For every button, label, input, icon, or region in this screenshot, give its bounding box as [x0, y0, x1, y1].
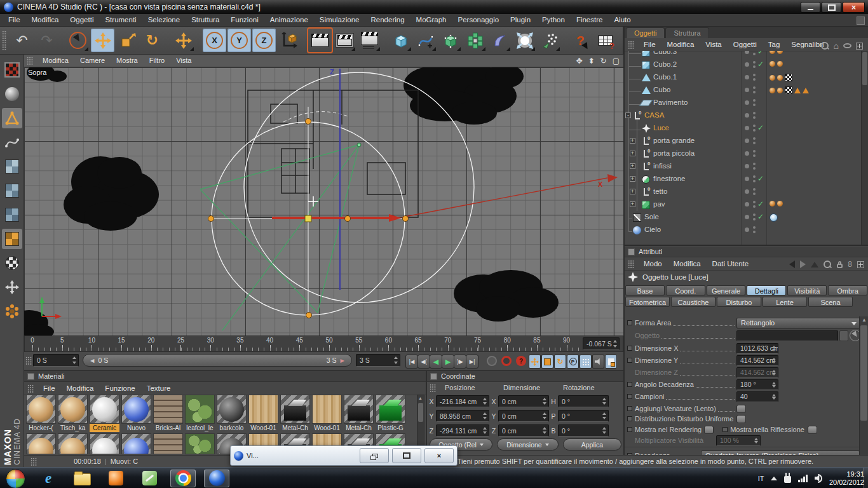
- menu-plugin[interactable]: Plugin: [505, 14, 536, 26]
- material-barkcolo[interactable]: barkcolo: [217, 395, 247, 432]
- tab-ombra[interactable]: Ombra: [828, 285, 867, 295]
- content-browser-button[interactable]: ?: [593, 29, 617, 52]
- home-icon[interactable]: ⌂: [834, 41, 839, 50]
- visibility-render-dot-bottom[interactable]: [753, 91, 756, 93]
- visibility-editor-dot[interactable]: [745, 177, 749, 181]
- visibility-render-dot-top[interactable]: [753, 74, 756, 76]
- particles-button[interactable]: [538, 29, 561, 52]
- object-manager-menu-modifica[interactable]: Modifica: [661, 39, 700, 51]
- field-checkbox[interactable]: [808, 426, 817, 434]
- object-tree-scrollbar[interactable]: [861, 51, 868, 245]
- mat-tag-icon[interactable]: [770, 201, 775, 207]
- link-icon[interactable]: 8: [848, 260, 852, 269]
- materials-menu-grip[interactable]: [27, 384, 34, 393]
- material-row2-thumbnail[interactable]: [90, 433, 119, 454]
- visibility-editor-dot[interactable]: [745, 215, 749, 219]
- mat-tag-icon[interactable]: [770, 61, 775, 67]
- visibility-render-dot-bottom[interactable]: [753, 180, 756, 182]
- material-leafcol-le[interactable]: leafcol_le: [185, 395, 215, 432]
- timeline-end-field[interactable]: 3 S: [356, 354, 400, 367]
- coordinate-axis-dropdown[interactable]: Dimensione: [497, 438, 559, 451]
- visibility-render-dot-bottom[interactable]: [753, 116, 756, 119]
- rotate-button[interactable]: ↻: [140, 29, 164, 52]
- field-spinner[interactable]: 100 %: [716, 435, 761, 446]
- tab-generale[interactable]: Generale: [707, 285, 746, 295]
- visibility-render-dot-bottom[interactable]: [753, 129, 756, 132]
- taskbar-media-app[interactable]: [103, 470, 128, 487]
- object-manager-menu-vista[interactable]: Vista: [700, 39, 727, 51]
- field-anim-box[interactable]: [627, 427, 632, 432]
- tab-base[interactable]: Base: [625, 285, 665, 295]
- viewport-menu-mostra[interactable]: Mostra: [111, 55, 144, 67]
- popup-close-button[interactable]: ×: [424, 448, 454, 463]
- tri-tag-icon[interactable]: [794, 88, 801, 93]
- attributes-scrollbar[interactable]: ▲: [859, 316, 868, 456]
- undo-button[interactable]: ↶: [10, 29, 34, 52]
- power-plug-icon[interactable]: [784, 476, 791, 483]
- mat-tag-icon[interactable]: [770, 51, 775, 54]
- primitive-cube-button[interactable]: [389, 29, 412, 52]
- menu-file[interactable]: File: [3, 14, 26, 26]
- record-parameter-toggle[interactable]: P: [567, 355, 579, 369]
- visibility-render-dot-top[interactable]: [753, 99, 756, 102]
- attributes-menu-modo[interactable]: Modo: [638, 258, 668, 270]
- axis-mode-tool[interactable]: [2, 277, 22, 297]
- object-row-finestrone[interactable]: +finestrone✓: [625, 173, 862, 186]
- toolbar-grip[interactable]: [2, 30, 7, 51]
- lock-y-button[interactable]: Y: [227, 29, 251, 52]
- tab-struttura[interactable]: Struttura: [665, 27, 709, 38]
- menu-animazione[interactable]: Animazione: [264, 14, 314, 26]
- last-tool-button[interactable]: [172, 29, 195, 52]
- taskbar-explorer-folder[interactable]: [69, 470, 95, 487]
- render-settings-button[interactable]: [358, 29, 381, 52]
- model-mode-tool[interactable]: [2, 156, 22, 177]
- texture-view-tool[interactable]: [2, 60, 22, 80]
- visibility-render-dot-top[interactable]: [753, 175, 756, 178]
- size-y-field[interactable]: 0 cm: [498, 410, 549, 422]
- field-anim-box[interactable]: [627, 394, 632, 399]
- record-position-toggle[interactable]: [529, 355, 541, 369]
- sound-toggle[interactable]: [592, 355, 604, 369]
- tab-fotometrica[interactable]: Fotometrica: [625, 297, 670, 307]
- popup-maximize-button[interactable]: [392, 448, 421, 463]
- deformer-button[interactable]: [488, 29, 512, 52]
- visibility-editor-dot[interactable]: [745, 151, 749, 156]
- visibility-render-dot-top[interactable]: [753, 226, 756, 229]
- object-row-tetto[interactable]: +0tetto: [625, 186, 862, 198]
- visibility-render-dot-top[interactable]: [753, 214, 756, 216]
- maximize-button[interactable]: [822, 2, 841, 13]
- generator-button[interactable]: [438, 29, 462, 52]
- timeline-range-slider[interactable]: ◄0 S 3 S►: [83, 354, 352, 367]
- taskbar-internet-explorer[interactable]: e: [36, 470, 61, 487]
- visibility-render-dot-bottom[interactable]: [753, 231, 756, 233]
- record-rotation-toggle[interactable]: ↻: [554, 355, 566, 369]
- menu-modifica[interactable]: Modifica: [26, 14, 65, 26]
- goto-end-button[interactable]: ▶|: [466, 355, 478, 369]
- mat-tag-icon[interactable]: [777, 75, 783, 81]
- hidden-icons-icon[interactable]: [771, 477, 777, 480]
- volume-icon[interactable]: [815, 474, 822, 483]
- point-mode-tool[interactable]: [2, 205, 22, 225]
- tri-tag-icon[interactable]: [803, 88, 809, 93]
- visibility-render-dot-top[interactable]: [753, 137, 756, 140]
- spline-button[interactable]: [414, 29, 437, 52]
- visibility-render-dot-bottom[interactable]: [753, 53, 756, 55]
- visibility-render-dot-top[interactable]: [753, 163, 756, 165]
- attributes-search-icon[interactable]: [824, 261, 832, 269]
- menu-python[interactable]: Python: [536, 14, 571, 26]
- object-row-casa[interactable]: -0CASA: [625, 109, 862, 122]
- prev-key-button[interactable]: ◀(: [417, 355, 430, 369]
- collapse-icon[interactable]: -: [625, 112, 631, 118]
- attributes-panel-icon[interactable]: [628, 248, 635, 255]
- visibility-editor-dot[interactable]: [745, 139, 749, 143]
- visibility-render-dot-bottom[interactable]: [753, 167, 756, 170]
- spline-edit-tool[interactable]: [2, 132, 22, 152]
- record-pla-toggle[interactable]: [580, 355, 592, 369]
- field-anim-box[interactable]: [627, 320, 632, 325]
- material-row2-thumbnail[interactable]: [185, 433, 215, 454]
- material-metal-ch[interactable]: Metal-Ch: [280, 395, 310, 432]
- redo-button[interactable]: ↷: [35, 29, 58, 52]
- coordinate-menu-grip[interactable]: [430, 384, 437, 392]
- enabled-check-icon[interactable]: ✓: [757, 212, 764, 221]
- attributes-menu-grip[interactable]: [628, 260, 635, 268]
